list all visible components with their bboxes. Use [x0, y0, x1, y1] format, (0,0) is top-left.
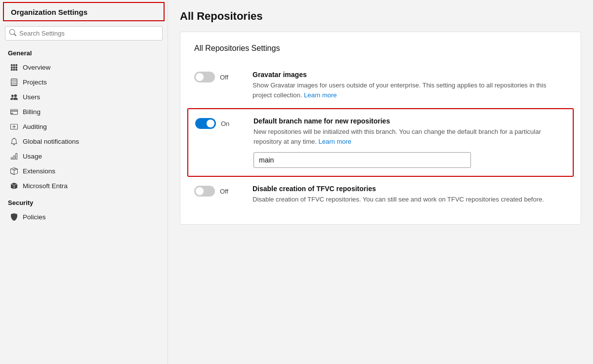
search-box[interactable]: [5, 26, 163, 40]
section-label-security: Security: [0, 193, 168, 209]
sidebar-item-users-label: Users: [23, 93, 40, 101]
sidebar-item-billing-label: Billing: [23, 108, 41, 116]
gravatar-toggle-area: Off: [194, 71, 244, 82]
sidebar-item-policies-label: Policies: [23, 213, 46, 221]
grid-icon: [10, 63, 18, 71]
tfvc-title: Disable creation of TFVC repositories: [253, 185, 567, 193]
billing-icon: [10, 108, 18, 116]
page-title: All Repositories: [180, 10, 581, 23]
section-label-general: General: [0, 43, 168, 60]
gravatar-toggle[interactable]: [194, 72, 215, 82]
branch-name-input[interactable]: [254, 152, 471, 168]
auditing-icon: [10, 122, 18, 130]
usage-icon: [10, 152, 18, 160]
gravatar-description: Show Gravatar images for users outside o…: [253, 81, 567, 100]
gravatar-learn-more-link[interactable]: Learn more: [304, 91, 337, 99]
default-branch-content: Default branch name for new repositories…: [254, 117, 566, 168]
sidebar-title: Organization Settings: [11, 8, 87, 16]
setting-row-tfvc: Off Disable creation of TFVC repositorie…: [194, 177, 567, 212]
default-branch-toggle[interactable]: [195, 118, 216, 129]
sidebar-item-auditing[interactable]: Auditing: [0, 119, 168, 134]
sidebar-item-global-notifications-label: Global notifications: [23, 138, 79, 145]
sidebar-item-projects[interactable]: Projects: [0, 75, 168, 89]
tfvc-content: Disable creation of TFVC repositories Di…: [253, 185, 567, 204]
sidebar-item-overview-label: Overview: [23, 64, 50, 71]
sidebar-item-microsoft-entra[interactable]: Microsoft Entra: [0, 178, 168, 193]
default-branch-toggle-area: On: [195, 117, 245, 129]
notifications-icon: [10, 137, 18, 145]
gravatar-title: Gravatar images: [253, 71, 567, 79]
gravatar-content: Gravatar images Show Gravatar images for…: [253, 71, 567, 100]
default-branch-title: Default branch name for new repositories: [254, 117, 566, 125]
sidebar-scroll: General Overview Projects: [0, 43, 168, 364]
sidebar-item-extensions-label: Extensions: [23, 167, 55, 175]
sidebar-item-projects-label: Projects: [23, 79, 47, 86]
sidebar-item-usage-label: Usage: [23, 153, 42, 160]
gravatar-toggle-label: Off: [220, 74, 228, 81]
extensions-icon: [10, 167, 18, 175]
tfvc-description: Disable creation of TFVC repositories. Y…: [253, 195, 567, 204]
default-branch-toggle-label: On: [221, 120, 229, 127]
sidebar-item-extensions[interactable]: Extensions: [0, 163, 168, 178]
sidebar-item-auditing-label: Auditing: [23, 123, 47, 130]
tfvc-toggle-area: Off: [194, 185, 244, 197]
tfvc-toggle[interactable]: [194, 186, 215, 197]
projects-icon: [10, 78, 18, 86]
sidebar-item-microsoft-entra-label: Microsoft Entra: [23, 182, 68, 190]
entra-icon: [10, 182, 18, 190]
sidebar: Organization Settings General Overview: [0, 0, 168, 364]
sidebar-item-global-notifications[interactable]: Global notifications: [0, 134, 168, 149]
search-input[interactable]: [19, 30, 158, 37]
sidebar-item-overview[interactable]: Overview: [0, 60, 168, 75]
policies-icon: [10, 213, 18, 221]
sidebar-item-billing[interactable]: Billing: [0, 104, 168, 119]
default-branch-learn-more-link[interactable]: Learn more: [319, 138, 351, 145]
users-icon: [10, 93, 18, 101]
setting-row-gravatar: Off Gravatar images Show Gravatar images…: [194, 63, 567, 108]
main-content: All Repositories All Repositories Settin…: [168, 0, 593, 364]
default-branch-description: New repositories will be initialized wit…: [254, 127, 566, 146]
card-section-title: All Repositories Settings: [194, 44, 567, 53]
org-settings-header: Organization Settings: [3, 2, 165, 21]
sidebar-item-policies[interactable]: Policies: [0, 209, 168, 224]
tfvc-toggle-label: Off: [220, 188, 228, 195]
search-icon: [9, 29, 16, 38]
sidebar-item-users[interactable]: Users: [0, 89, 168, 104]
sidebar-item-usage[interactable]: Usage: [0, 149, 168, 163]
settings-card: All Repositories Settings Off Gravatar i…: [180, 32, 581, 225]
setting-row-default-branch: On Default branch name for new repositor…: [187, 108, 574, 177]
